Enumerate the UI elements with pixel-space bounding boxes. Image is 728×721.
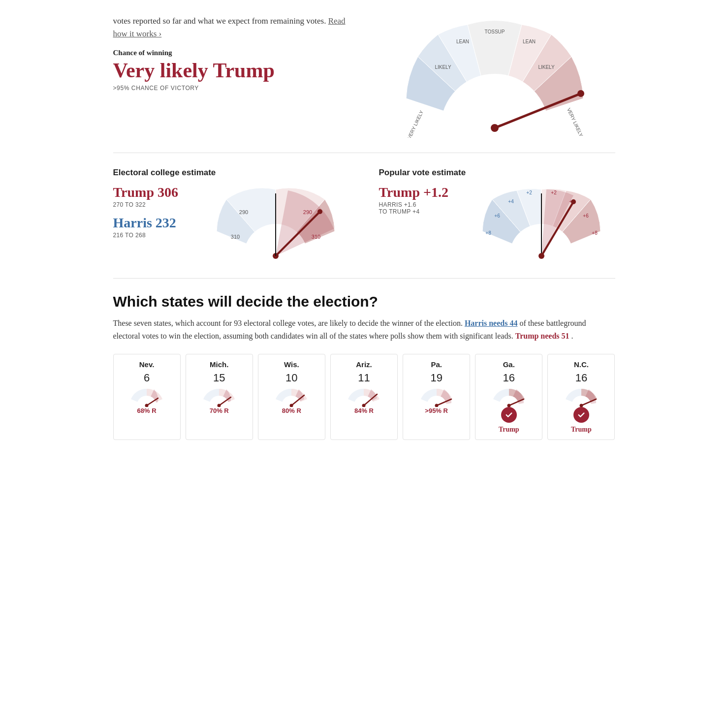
pv-candidates-row: Trump +1.2 HARRIS +1.6 TO TRUMP +4 +8 bbox=[379, 185, 615, 263]
pv-gauge-svg: +8 +6 +4 +2 +2 +4 +6 +8 bbox=[477, 185, 605, 263]
state-abbr: Ga. bbox=[503, 360, 515, 369]
state-abbr: Ariz. bbox=[356, 360, 372, 369]
label-likely-right: LIKELY bbox=[538, 64, 554, 70]
ec-candidate-info: Trump 306 270 TO 322 Harris 232 216 TO 2… bbox=[113, 185, 192, 239]
states-grid: Nev.668% RMich.1570% RWis.1080% RAriz.11… bbox=[113, 354, 615, 440]
state-card-ga: Ga.16Trump bbox=[475, 354, 542, 440]
chance-result: Very likely Trump bbox=[113, 59, 354, 82]
state-abbr: N.C. bbox=[574, 360, 589, 369]
pv-mini-gauge: +8 +6 +4 +2 +2 +4 +6 +8 bbox=[468, 185, 615, 263]
state-card-nc.: N.C.16Trump bbox=[547, 354, 615, 440]
state-card-ariz: Ariz.1184% R bbox=[330, 354, 398, 440]
main-gauge-svg: VERY LIKELY LIKELY LEAN TOSSUP LEAN LIKE… bbox=[377, 10, 613, 138]
states-section: Which states will decide the election? T… bbox=[113, 279, 615, 445]
chance-section: Chance of winning Very likely Trump >95%… bbox=[113, 49, 354, 92]
state-mini-gauge bbox=[419, 388, 454, 407]
pv-label-6-right: +6 bbox=[583, 213, 589, 219]
state-probability: 68% R bbox=[137, 407, 157, 414]
ec-harris-range: 216 TO 268 bbox=[113, 232, 192, 239]
state-probability: 84% R bbox=[354, 407, 374, 414]
winner-check-icon bbox=[501, 407, 517, 423]
state-card-nev: Nev.668% R bbox=[113, 354, 181, 440]
pv-title: Popular vote estimate bbox=[379, 168, 615, 178]
svg-point-12 bbox=[538, 253, 544, 259]
state-ev: 6 bbox=[144, 372, 150, 384]
state-ev: 16 bbox=[575, 372, 587, 384]
label-lean-left: LEAN bbox=[456, 39, 469, 44]
state-winner-label: Trump bbox=[571, 426, 592, 434]
label-likely-left: LIKELY bbox=[435, 64, 451, 70]
top-section: votes reported so far and what we expect… bbox=[113, 10, 615, 153]
states-desc-end: . bbox=[571, 332, 573, 340]
pv-trump-name: Trump +1.2 bbox=[379, 185, 458, 200]
label-very-likely-left: VERY LIKELY bbox=[406, 109, 424, 138]
pv-label-8-right: +8 bbox=[592, 230, 598, 236]
state-probability: 70% R bbox=[210, 407, 229, 414]
state-ev: 15 bbox=[213, 372, 225, 384]
state-abbr: Pa. bbox=[431, 360, 442, 369]
pv-label-4-left: +4 bbox=[508, 199, 514, 204]
ec-trump-name: Trump 306 bbox=[113, 185, 192, 200]
middle-section: Electoral college estimate Trump 306 270… bbox=[113, 153, 615, 279]
chance-pct: >95% CHANCE OF VICTORY bbox=[113, 85, 354, 92]
svg-point-7 bbox=[317, 209, 322, 214]
ec-gauge-svg: 290 290 310 310 bbox=[212, 185, 340, 263]
state-ev: 11 bbox=[358, 372, 370, 384]
state-mini-gauge bbox=[129, 388, 164, 407]
ec-title: Electoral college estimate bbox=[113, 168, 349, 178]
svg-point-2 bbox=[491, 124, 499, 132]
top-gauge-area: VERY LIKELY LIKELY LEAN TOSSUP LEAN LIKE… bbox=[374, 10, 615, 138]
state-mini-gauge bbox=[492, 388, 526, 407]
popular-vote-block: Popular vote estimate Trump +1.2 HARRIS … bbox=[379, 168, 615, 263]
trump-needs-text: Trump needs 51 bbox=[515, 332, 570, 340]
ec-candidates-row: Trump 306 270 TO 322 Harris 232 216 TO 2… bbox=[113, 185, 349, 263]
state-ev: 16 bbox=[503, 372, 515, 384]
state-card-pa: Pa.19>95% R bbox=[403, 354, 470, 440]
winner-check-icon bbox=[573, 407, 589, 423]
ec-harris-name: Harris 232 bbox=[113, 215, 192, 231]
state-abbr: Nev. bbox=[139, 360, 155, 369]
ec-trump-range: 270 TO 322 bbox=[113, 201, 192, 208]
states-desc-start: These seven states, which account for 93… bbox=[113, 319, 463, 327]
intro-body: votes reported so far and what we expect… bbox=[113, 16, 326, 26]
label-lean-right: LEAN bbox=[522, 39, 535, 44]
ec-label-290-left: 290 bbox=[239, 209, 248, 215]
state-winner-label: Trump bbox=[499, 426, 519, 434]
pv-candidate-info: Trump +1.2 HARRIS +1.6 TO TRUMP +4 bbox=[379, 185, 458, 215]
svg-point-3 bbox=[577, 90, 584, 97]
state-probability: 80% R bbox=[282, 407, 301, 414]
svg-point-13 bbox=[571, 199, 576, 204]
electoral-college-block: Electoral college estimate Trump 306 270… bbox=[113, 168, 349, 263]
states-title: Which states will decide the election? bbox=[113, 293, 615, 310]
states-desc: These seven states, which account for 93… bbox=[113, 317, 615, 342]
pv-label-2-left: +2 bbox=[526, 190, 532, 195]
state-mini-gauge bbox=[347, 388, 381, 407]
state-probability: >95% R bbox=[425, 407, 448, 414]
ec-label-310-left: 310 bbox=[230, 234, 239, 240]
top-left-content: votes reported so far and what we expect… bbox=[113, 10, 354, 92]
chance-label: Chance of winning bbox=[113, 49, 354, 57]
state-card-wis: Wis.1080% R bbox=[258, 354, 325, 440]
state-abbr: Wis. bbox=[284, 360, 299, 369]
label-tossup: TOSSUP bbox=[484, 29, 505, 34]
intro-text: votes reported so far and what we expect… bbox=[113, 15, 354, 40]
pv-label-6-left: +6 bbox=[494, 213, 500, 219]
pv-harris-line: HARRIS +1.6 bbox=[379, 201, 458, 208]
state-card-mich: Mich.1570% R bbox=[186, 354, 253, 440]
state-ev: 10 bbox=[285, 372, 297, 384]
pv-trump-line: TO TRUMP +4 bbox=[379, 208, 458, 215]
state-mini-gauge bbox=[202, 388, 236, 407]
harris-needs-link[interactable]: Harris needs 44 bbox=[465, 319, 518, 327]
state-mini-gauge bbox=[564, 388, 599, 407]
state-mini-gauge bbox=[274, 388, 309, 407]
state-abbr: Mich. bbox=[210, 360, 228, 369]
label-very-likely-right: VERY LIKELY bbox=[566, 107, 584, 138]
pv-label-8-left: +8 bbox=[485, 230, 491, 236]
state-ev: 19 bbox=[430, 372, 442, 384]
ec-mini-gauge: 290 290 310 310 bbox=[202, 185, 349, 263]
